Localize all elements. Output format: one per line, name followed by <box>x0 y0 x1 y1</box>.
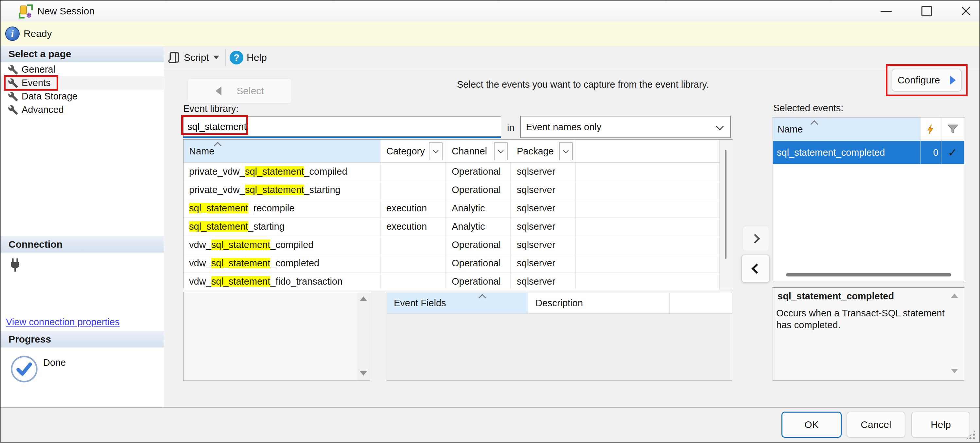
event-name-cell: sql_statement_starting <box>189 218 285 236</box>
event-table-scrollbar[interactable] <box>719 140 733 288</box>
package-cell: sqlserver <box>517 181 555 199</box>
scroll-up-icon[interactable] <box>951 293 958 298</box>
session-app-icon <box>18 4 33 19</box>
column-header-empty <box>669 293 732 314</box>
in-label: in <box>507 123 514 133</box>
table-row[interactable]: private_vdw_sql_statement_startingOperat… <box>183 181 719 199</box>
sidebar-item-general[interactable]: General <box>1 63 164 76</box>
wrench-icon <box>8 105 18 115</box>
channel-cell: Analytic <box>452 218 485 236</box>
selected-column-header-count[interactable] <box>920 118 941 141</box>
filter-funnel-icon <box>946 123 959 136</box>
chevron-down-icon <box>498 148 504 153</box>
table-row[interactable]: sql_statement_recompileexecutionAnalytic… <box>183 199 719 218</box>
help-toolbar-button[interactable]: ? Help <box>230 48 272 67</box>
channel-cell: Operational <box>452 236 501 254</box>
close-button[interactable] <box>951 1 980 22</box>
event-name-cell: sql_statement_recompile <box>189 199 294 217</box>
scroll-up-icon[interactable] <box>360 296 367 301</box>
table-row[interactable]: private_vdw_sql_statement_compiledOperat… <box>183 163 719 181</box>
sort-asc-icon <box>213 142 221 150</box>
channel-cell: Operational <box>452 272 501 290</box>
window-title: New Session <box>37 1 94 22</box>
sidebar-item-data-storage[interactable]: Data Storage <box>1 90 164 103</box>
table-row[interactable]: vdw_sql_statement_compiledOperationalsql… <box>183 236 719 254</box>
cancel-button[interactable]: Cancel <box>846 411 905 438</box>
chevron-right-icon <box>750 234 760 244</box>
sidebar-item-label: Data Storage <box>22 90 78 103</box>
channel-filter-button[interactable] <box>494 142 508 160</box>
add-event-button[interactable] <box>743 226 769 251</box>
column-header-event-fields[interactable]: Event Fields <box>387 293 528 314</box>
table-row[interactable]: vdw_sql_statement_completedOperationalsq… <box>183 254 719 272</box>
selected-event-row[interactable]: sql_statement_completed 0 ✓ <box>773 141 964 164</box>
horizontal-scrollbar-thumb[interactable] <box>786 273 951 276</box>
configure-button[interactable]: Configure <box>892 69 962 92</box>
table-row[interactable]: vdw_sql_statement_fido_transactionOperat… <box>183 272 719 291</box>
description-body: Occurs when a Transact-SQL statement has… <box>776 307 946 331</box>
close-icon <box>960 6 972 17</box>
description-title: sql_statement_completed <box>778 291 894 302</box>
select-back-button[interactable]: Select <box>188 78 292 104</box>
column-header-name[interactable]: Name <box>183 140 380 163</box>
chevron-down-icon <box>433 148 439 153</box>
ok-button[interactable]: OK <box>781 411 842 438</box>
sort-asc-icon <box>810 120 818 128</box>
event-fields-panel: Event Fields Description <box>387 292 732 381</box>
new-session-dialog: New Session i Ready Select a page Genera… <box>0 0 980 443</box>
instruction-text: Select the events you want to capture fr… <box>457 79 709 90</box>
help-button[interactable]: Help <box>911 411 970 438</box>
sidebar-item-advanced[interactable]: Advanced <box>1 103 164 116</box>
maximize-button[interactable] <box>912 1 942 22</box>
search-scope-dropdown[interactable]: Event names only <box>520 116 731 138</box>
package-cell: sqlserver <box>517 236 555 254</box>
selected-event-count: 0 <box>920 141 939 164</box>
category-filter-button[interactable] <box>429 142 442 160</box>
event-description-panel: sql_statement_completed Occurs when a Tr… <box>773 287 964 381</box>
detail-panel-scrollbar[interactable] <box>357 293 370 380</box>
sidebar-item-label: Events <box>22 76 51 90</box>
selected-event-name: sql_statement_completed <box>777 141 885 164</box>
event-table-body: private_vdw_sql_statement_compiledOperat… <box>183 163 719 288</box>
title-bar: New Session <box>1 1 980 22</box>
wrench-icon <box>8 64 18 75</box>
connection-icon <box>8 258 22 272</box>
progress-header: Progress <box>1 331 164 347</box>
scroll-down-icon[interactable] <box>360 371 367 376</box>
category-cell: execution <box>386 218 427 236</box>
minimize-icon <box>881 11 892 12</box>
selected-column-header-name[interactable]: Name <box>773 118 920 141</box>
sidebar-item-label: Advanced <box>22 103 64 116</box>
package-cell: sqlserver <box>517 163 555 181</box>
select-back-label: Select <box>237 85 264 97</box>
script-dropdown-icon[interactable] <box>213 56 219 59</box>
view-connection-properties-link[interactable]: View connection properties <box>6 317 120 328</box>
sidebar-item-events[interactable]: Events <box>1 76 164 90</box>
selected-events-label: Selected events: <box>773 103 843 113</box>
category-detail-panel <box>183 292 370 381</box>
sidebar: Select a page General Events Data Storag… <box>1 46 164 407</box>
chevron-left-icon <box>751 263 762 274</box>
category-cell: execution <box>386 199 427 217</box>
minimize-button[interactable] <box>872 1 901 22</box>
arrow-right-icon <box>950 76 956 85</box>
event-name-cell: private_vdw_sql_statement_compiled <box>189 163 347 181</box>
sidebar-header: Select a page <box>1 46 164 62</box>
scroll-down-icon[interactable] <box>951 369 958 373</box>
chevron-down-icon <box>563 148 569 153</box>
event-name-cell: private_vdw_sql_statement_starting <box>189 181 340 199</box>
table-row[interactable]: sql_statement_startingexecutionAnalytics… <box>183 218 719 236</box>
selected-column-header-filter[interactable] <box>941 118 964 141</box>
event-library-label: Event library: <box>183 104 239 114</box>
package-filter-button[interactable] <box>559 142 573 160</box>
event-library-table: Name Category Channel Package private_vd… <box>183 139 732 288</box>
toolbar-divider <box>164 70 980 70</box>
info-icon: i <box>5 27 20 41</box>
column-header-description[interactable]: Description <box>528 293 670 314</box>
scrollbar-thumb[interactable] <box>725 150 727 259</box>
package-cell: sqlserver <box>517 254 555 272</box>
event-library-search-input[interactable] <box>183 116 501 138</box>
remove-event-button[interactable] <box>741 255 770 283</box>
channel-cell: Operational <box>452 254 501 272</box>
configure-label: Configure <box>897 75 940 86</box>
